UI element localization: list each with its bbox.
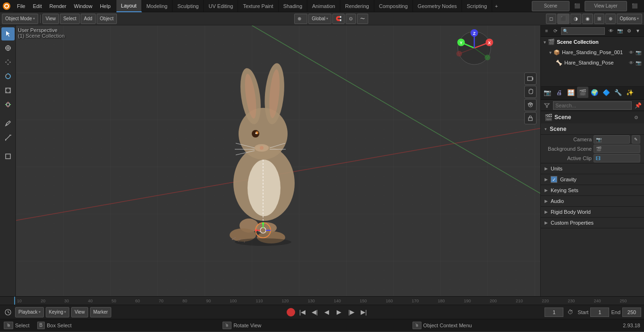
tab-geometry-nodes[interactable]: Geometry Nodes xyxy=(413,0,462,12)
collection-item-hare[interactable]: ▾ 📦 Hare_Standing_Pose_001 👁 📷 xyxy=(541,47,644,57)
record-btn[interactable] xyxy=(287,308,295,316)
outliner-search[interactable]: 🔍 xyxy=(561,27,605,35)
end-frame-input[interactable]: 250 xyxy=(622,308,641,317)
viewport-shading-solid[interactable]: ⬛ xyxy=(557,14,570,24)
props-filter-icon[interactable] xyxy=(543,101,551,110)
view-layer-selector[interactable]: View Layer xyxy=(585,1,627,11)
audio-section-header[interactable]: ▶ Audio xyxy=(541,196,644,206)
box-select-key-btn[interactable]: B xyxy=(37,322,45,329)
next-keyframe-btn[interactable]: |▶ xyxy=(346,307,356,317)
scene-collection-root[interactable]: ▾ 🎬 Scene Collection xyxy=(541,37,644,47)
menu-window[interactable]: Window xyxy=(70,0,96,12)
add-cube-btn[interactable] xyxy=(1,150,15,163)
tab-scripting[interactable]: Scripting xyxy=(462,0,492,12)
scene-props-options[interactable]: ⚙ xyxy=(632,113,640,121)
menu-edit[interactable]: Edit xyxy=(29,0,46,12)
move-tool-btn[interactable] xyxy=(1,56,15,69)
tab-texture-paint[interactable]: Texture Paint xyxy=(238,0,278,12)
object-mode-btn[interactable]: Object Mode ▾ xyxy=(2,14,38,24)
viewport-overlay-btn[interactable]: ⊞ xyxy=(594,14,604,24)
camera-pin-btn[interactable]: ✎ xyxy=(632,135,640,144)
viewport-gizmo-btn[interactable]: ⊕ xyxy=(605,14,616,24)
background-scene-value[interactable]: 🎬 xyxy=(594,145,640,153)
object-props-btn[interactable]: 🔷 xyxy=(601,87,612,98)
tab-compositing[interactable]: Compositing xyxy=(374,0,413,12)
menu-render[interactable]: Render xyxy=(46,0,70,12)
tab-shading[interactable]: Shading xyxy=(279,0,307,12)
add-btn[interactable]: Add xyxy=(81,14,96,24)
particles-props-btn[interactable]: ✨ xyxy=(624,87,636,98)
options-btn[interactable]: Options ▾ xyxy=(617,14,642,24)
proportional-btn[interactable]: ⊙ xyxy=(346,14,356,24)
add-workspace-button[interactable]: + xyxy=(492,0,501,12)
gravity-checkbox[interactable]: ✓ xyxy=(551,176,557,183)
modifier-props-btn[interactable]: 🔧 xyxy=(612,87,624,98)
cursor-tool-btn[interactable] xyxy=(1,41,15,55)
outliner-restrict-col[interactable]: ▼ xyxy=(634,27,642,35)
rotate-tool-btn[interactable] xyxy=(1,70,15,83)
view-layer-icon[interactable]: ⬛ xyxy=(629,1,640,11)
tab-animation[interactable]: Animation xyxy=(307,0,340,12)
viewport-shading-material[interactable]: ◑ xyxy=(570,14,581,24)
viewport-tool-lock[interactable] xyxy=(524,112,537,124)
select-mouse-btn[interactable]: 🖱 xyxy=(4,322,13,329)
play-reverse-btn[interactable]: ◀ xyxy=(322,307,332,317)
active-clip-value[interactable]: 🎞 xyxy=(594,154,640,162)
frame-options-btn[interactable]: ⏱ xyxy=(565,307,576,317)
keying-sets-header[interactable]: ▶ Keying Sets xyxy=(541,185,644,195)
gravity-section-header[interactable]: ▶ ✓ Gravity xyxy=(541,174,644,185)
output-props-btn[interactable]: 🖨 xyxy=(553,87,565,98)
annotate-tool-btn[interactable] xyxy=(1,117,15,130)
outliner-view-btn-3[interactable]: ⚙ xyxy=(625,27,633,35)
graph-btn[interactable]: 〜 xyxy=(357,14,368,24)
camera-value[interactable]: 📷 xyxy=(594,135,630,144)
tab-layout[interactable]: Layout xyxy=(116,0,142,12)
select-btn[interactable]: Select xyxy=(60,14,80,24)
viewport-3d[interactable]: User Perspective (1) Scene Collection X … xyxy=(16,25,540,296)
timeline-clock-btn[interactable] xyxy=(3,307,13,317)
start-frame-input[interactable]: 1 xyxy=(590,308,609,317)
props-pin-icon[interactable]: 📌 xyxy=(634,101,642,110)
outliner-filter-btn[interactable]: ≡ xyxy=(543,27,551,35)
current-frame-input[interactable]: 1 xyxy=(545,308,563,317)
viewport-shading-rendered[interactable]: ◉ xyxy=(582,14,593,24)
menu-help[interactable]: Help xyxy=(96,0,115,12)
snap-btn[interactable]: 🧲 xyxy=(332,14,345,24)
tab-uv-editing[interactable]: UV Editing xyxy=(204,0,238,12)
custom-props-header[interactable]: ▶ Custom Properties xyxy=(541,218,644,228)
global-transform-btn[interactable]: Global ▾ xyxy=(308,14,331,24)
rotate-mouse-icon[interactable]: 🖱 xyxy=(223,322,231,329)
menu-file[interactable]: File xyxy=(13,0,29,12)
object-btn[interactable]: Object xyxy=(97,14,117,24)
viewport-shading-wire[interactable]: ◻ xyxy=(546,14,556,24)
context-menu-key-btn[interactable]: 🖱 xyxy=(413,322,421,329)
view-layer-props-btn[interactable]: 🪟 xyxy=(565,87,577,98)
rigid-body-header[interactable]: ▶ Rigid Body World xyxy=(541,207,644,217)
object-item-hare[interactable]: 🦴 Hare_Standing_Pose 👁 📷 xyxy=(541,57,644,68)
jump-start-btn[interactable]: |◀ xyxy=(297,307,307,317)
world-props-btn[interactable]: 🌍 xyxy=(589,87,600,98)
select-tool-btn[interactable] xyxy=(1,27,15,40)
scene-props-btn[interactable]: 🎬 xyxy=(577,87,588,98)
playback-btn[interactable]: Playback ▾ xyxy=(15,307,44,317)
measure-tool-btn[interactable] xyxy=(1,131,15,144)
scene-selector[interactable]: Scene xyxy=(532,1,570,11)
outliner-view-btn-2[interactable]: 📷 xyxy=(616,27,624,35)
tab-rendering[interactable]: Rendering xyxy=(340,0,374,12)
viewport-tool-camera2[interactable] xyxy=(524,99,537,111)
orientation-gizmo[interactable]: X Y Z xyxy=(455,29,493,67)
tab-modeling[interactable]: Modeling xyxy=(142,0,173,12)
scale-tool-btn[interactable] xyxy=(1,84,15,97)
viewport-tool-camera[interactable] xyxy=(524,73,537,85)
keying-btn[interactable]: Keying ▾ xyxy=(46,307,70,317)
prev-keyframe-btn[interactable]: ◀| xyxy=(309,307,320,317)
scene-section-header[interactable]: ▾ Scene xyxy=(541,123,644,135)
view-tl-btn[interactable]: View xyxy=(71,307,88,317)
play-btn[interactable]: ▶ xyxy=(334,307,344,317)
outliner-view-btn-1[interactable]: 👁 xyxy=(607,27,615,35)
units-section-header[interactable]: ▶ Units xyxy=(541,163,644,174)
transform-btn[interactable]: ⊕ xyxy=(294,14,307,24)
view-btn[interactable]: View xyxy=(42,14,59,24)
tab-sculpting[interactable]: Sculpting xyxy=(173,0,204,12)
marker-btn[interactable]: Marker xyxy=(90,307,111,317)
